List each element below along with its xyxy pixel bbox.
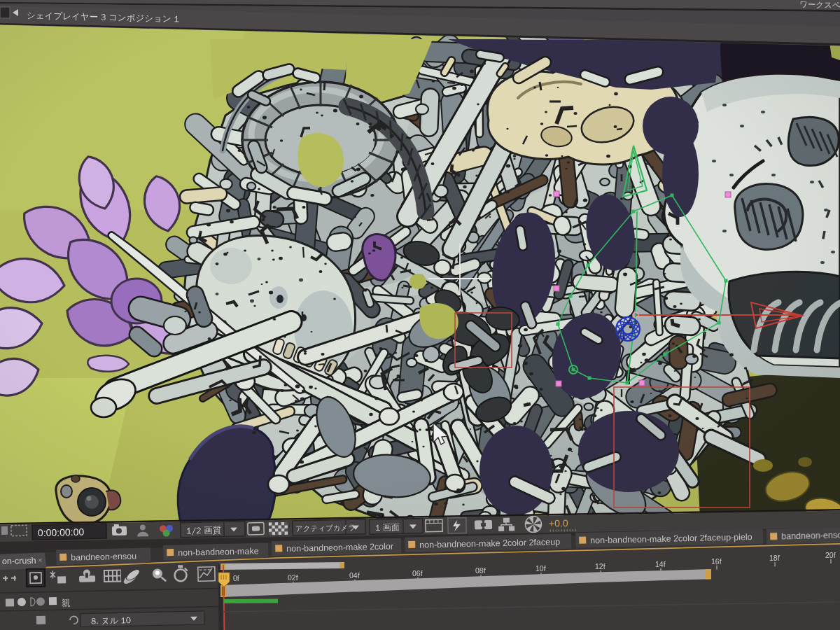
svg-text:non-bandneon-make: non-bandneon-make bbox=[178, 546, 259, 558]
svg-text:04f: 04f bbox=[349, 571, 360, 580]
svg-text:16f: 16f bbox=[711, 557, 722, 566]
svg-text:bandneon-ensou 2: bandneon-ensou 2 bbox=[781, 531, 840, 542]
svg-text:on-crush: on-crush bbox=[2, 556, 36, 566]
svg-text:bandneon-ensou: bandneon-ensou bbox=[71, 551, 136, 562]
svg-text:×: × bbox=[38, 556, 42, 564]
svg-text:08f: 08f bbox=[475, 566, 486, 575]
svg-text:0f: 0f bbox=[233, 574, 239, 582]
svg-text:06f: 06f bbox=[412, 569, 423, 578]
svg-text:18f: 18f bbox=[769, 554, 780, 562]
svg-text:14f: 14f bbox=[655, 560, 666, 568]
svg-text:20f: 20f bbox=[825, 551, 836, 559]
svg-text:02f: 02f bbox=[288, 573, 298, 582]
svg-text:0:00:00:00: 0:00:00:00 bbox=[38, 526, 85, 538]
svg-text:10f: 10f bbox=[536, 564, 546, 573]
svg-text:+0.0: +0.0 bbox=[549, 517, 568, 529]
svg-text:12f: 12f bbox=[595, 562, 606, 570]
